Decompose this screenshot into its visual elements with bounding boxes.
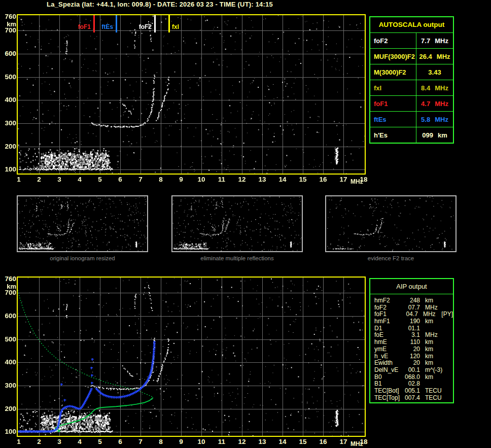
x-axis-tick: 1 bbox=[13, 176, 25, 183]
marker-label-ftEs: ftEs bbox=[101, 23, 113, 30]
thumbnail-evidence-f2 bbox=[325, 195, 457, 252]
aip-row-unit: MHz bbox=[425, 304, 443, 312]
aip-row: TEC[Bot]005.1TECU bbox=[374, 388, 453, 395]
y-axis-tick: 500 bbox=[1, 335, 16, 343]
x-axis-tick: 13 bbox=[256, 176, 268, 183]
autoscala-value-number: 3.43 bbox=[428, 68, 441, 76]
autoscala-window: { "header": { "title": "La_Spezia (lat: … bbox=[0, 0, 491, 448]
x-axis-tick: 11 bbox=[216, 438, 228, 445]
x-axis-tick: 6 bbox=[114, 176, 126, 183]
autoscala-row: ftEs5.8MHz bbox=[370, 112, 453, 127]
autoscala-row-value: 5.8MHz bbox=[416, 112, 453, 127]
aip-row-value: 04.7 bbox=[401, 311, 417, 318]
x-axis-unit: MHz bbox=[350, 178, 363, 185]
y-axis-tick: 760 bbox=[1, 13, 16, 20]
aip-row-unit: MHz bbox=[423, 311, 440, 318]
aip-row: hmF2248km bbox=[374, 297, 453, 304]
autoscala-row-value: 26.4MHz bbox=[416, 49, 453, 64]
y-axis-tick: 700 bbox=[1, 289, 16, 296]
aip-row-unit: km bbox=[425, 318, 443, 325]
autoscala-value-unit: MHz bbox=[435, 100, 448, 108]
aip-row-unit: km bbox=[425, 297, 443, 304]
aip-row-unit: km bbox=[425, 339, 443, 346]
autoscala-row-label: fxI bbox=[370, 80, 416, 95]
aip-row-value: 110 bbox=[403, 339, 420, 346]
marker-label-fxI: fxI bbox=[172, 23, 179, 30]
aip-row: foE3.1MHz bbox=[374, 332, 453, 339]
aip-row-label: TEC[Top] bbox=[374, 395, 403, 402]
aip-row-value: 190 bbox=[403, 318, 420, 325]
aip-row-unit bbox=[425, 381, 443, 388]
aip-row-label: TEC[Bot] bbox=[374, 388, 403, 395]
autoscala-row-label: foF1 bbox=[370, 96, 416, 111]
x-axis-tick: 9 bbox=[175, 438, 187, 445]
autoscala-value-unit: MHz bbox=[435, 37, 448, 45]
page-title: La_Spezia (lat: +44.1, lon: 009.8) - DAT… bbox=[18, 1, 302, 8]
aip-row-label: D1 bbox=[374, 325, 403, 332]
autoscala-row: MUF(3000)F226.4MHz bbox=[370, 49, 453, 64]
x-axis-tick: 10 bbox=[195, 438, 207, 445]
autoscala-row-label: M(3000)F2 bbox=[370, 64, 416, 80]
x-axis-tick: 2 bbox=[33, 438, 45, 445]
aip-row-value: 068.0 bbox=[403, 374, 420, 381]
autoscala-row-label: h'Es bbox=[370, 127, 416, 143]
x-axis-tick: 15 bbox=[297, 438, 309, 445]
aip-row-label: foE bbox=[374, 332, 403, 339]
autoscala-value-unit: MHz bbox=[437, 53, 450, 60]
autoscala-row: foF14.7MHz bbox=[370, 96, 453, 112]
y-axis-tick: 100 bbox=[1, 165, 16, 173]
aip-row-unit: km bbox=[425, 346, 443, 353]
x-axis-tick: 17 bbox=[337, 438, 349, 445]
x-axis-tick: 10 bbox=[195, 176, 207, 183]
aip-row: DelN_vE00.1m^(-3) bbox=[374, 367, 453, 374]
autoscala-value-unit: MHz bbox=[435, 84, 448, 92]
aip-row: h_vE120km bbox=[374, 353, 453, 360]
aip-row-value: 00.1 bbox=[403, 367, 420, 374]
aip-row-label: hmF1 bbox=[374, 318, 403, 325]
aip-row-label: DelN_vE bbox=[374, 367, 403, 374]
aip-row-label: ymE bbox=[374, 346, 403, 353]
autoscala-row-label: foF2 bbox=[370, 33, 416, 48]
autoscala-value-number: 4.7 bbox=[421, 100, 430, 108]
autoscala-value-number: 26.4 bbox=[419, 53, 432, 60]
aip-row-label: h_vE bbox=[374, 353, 403, 360]
aip-row-label: foF1 bbox=[374, 311, 401, 318]
x-axis-tick: 17 bbox=[337, 176, 349, 183]
x-axis-tick: 14 bbox=[276, 176, 289, 183]
ionogram-canvas-top bbox=[18, 15, 365, 174]
autoscala-value-number: 7.7 bbox=[421, 37, 430, 45]
aip-row-label: foF2 bbox=[374, 304, 403, 312]
autoscala-row: fxI8.4MHz bbox=[370, 80, 453, 96]
x-axis-tick: 13 bbox=[256, 438, 268, 445]
marker-line-ftEs bbox=[116, 15, 117, 32]
aip-row-unit: km bbox=[425, 360, 443, 367]
aip-row: ymE20km bbox=[374, 346, 453, 353]
aip-table-title: AIP output bbox=[370, 279, 453, 294]
x-axis-tick: 4 bbox=[74, 438, 86, 445]
aip-row-unit: TECU bbox=[425, 395, 443, 402]
x-axis-tick: 5 bbox=[94, 438, 106, 445]
x-axis-tick: 12 bbox=[236, 438, 248, 445]
aip-row-value: 01.1 bbox=[403, 325, 420, 332]
aip-row-unit: km bbox=[425, 374, 443, 381]
x-axis-tick: 3 bbox=[53, 438, 65, 445]
thumbnail-canvas-3 bbox=[326, 196, 455, 251]
thumbnail-eliminate-reflections bbox=[171, 195, 303, 252]
autoscala-row-value: 8.4MHz bbox=[416, 80, 453, 95]
x-axis-tick: 8 bbox=[155, 176, 167, 183]
y-axis-tick: 400 bbox=[1, 358, 16, 366]
aip-row-label: B1 bbox=[374, 381, 403, 388]
x-axis-tick: 9 bbox=[175, 176, 187, 183]
aip-row-label: Ewidth bbox=[374, 360, 403, 367]
x-axis-tick: 12 bbox=[236, 176, 248, 183]
aip-row-unit bbox=[425, 325, 443, 332]
aip-row: B0068.0km bbox=[374, 374, 453, 381]
aip-row: Ewidth20km bbox=[374, 360, 453, 367]
autoscala-row-value: 4.7MHz bbox=[416, 96, 453, 111]
x-axis-tick: 2 bbox=[33, 176, 45, 183]
autoscala-table-rows: foF27.7MHzMUF(3000)F226.4MHzM(3000)F23.4… bbox=[370, 33, 453, 143]
aip-row-value: 20 bbox=[403, 346, 420, 353]
y-axis-tick: 760 bbox=[1, 275, 16, 283]
autoscala-value-number: 099 bbox=[422, 131, 433, 139]
y-axis-tick: 200 bbox=[1, 143, 16, 150]
